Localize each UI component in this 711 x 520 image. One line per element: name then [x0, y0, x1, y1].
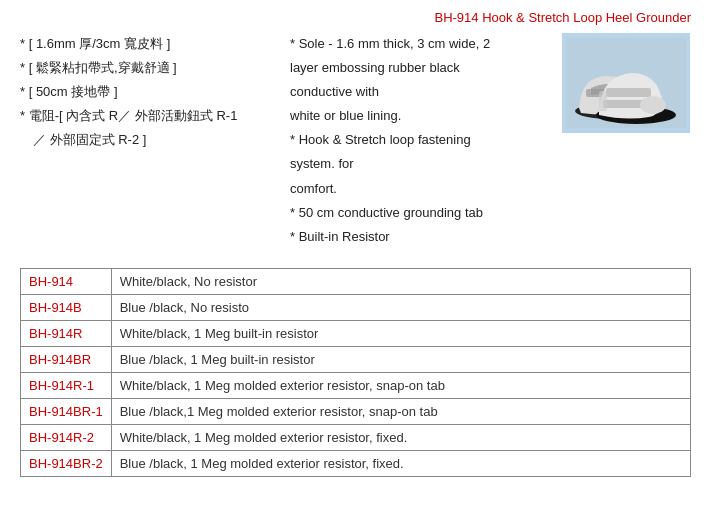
- table-row: BH-914BRBlue /black, 1 Meg built-in resi…: [21, 346, 691, 372]
- middle-line-7: comfort.: [290, 178, 551, 200]
- table-row: BH-914BBlue /black, No resisto: [21, 294, 691, 320]
- middle-line-3: conductive with: [290, 81, 551, 103]
- description-cell: White/black, No resistor: [111, 268, 690, 294]
- left-column: * [ 1.6mm 厚/3cm 寬皮料 ] * [ 鬆緊粘扣帶式,穿戴舒適 ] …: [20, 33, 280, 250]
- product-image: [562, 33, 690, 133]
- table-row: BH-914White/black, No resistor: [21, 268, 691, 294]
- svg-rect-8: [599, 91, 607, 111]
- description-cell: White/black, 1 Meg molded exterior resis…: [111, 372, 690, 398]
- svg-rect-5: [606, 88, 651, 97]
- model-cell: BH-914BR: [21, 346, 112, 372]
- table-row: BH-914R-2White/black, 1 Meg molded exter…: [21, 424, 691, 450]
- left-line-2: * [ 鬆緊粘扣帶式,穿戴舒適 ]: [20, 57, 280, 79]
- table-row: BH-914BR-1Blue /black,1 Meg molded exter…: [21, 398, 691, 424]
- left-line-4: * 電阻-[ 內含式 R／ 外部活動鈕式 R-1: [20, 105, 280, 127]
- model-cell: BH-914R-2: [21, 424, 112, 450]
- middle-column: * Sole - 1.6 mm thick, 3 cm wide, 2 laye…: [290, 33, 551, 250]
- model-cell: BH-914B: [21, 294, 112, 320]
- product-table: BH-914White/black, No resistorBH-914BBlu…: [20, 268, 691, 477]
- product-svg: [566, 38, 686, 128]
- description-cell: Blue /black, No resisto: [111, 294, 690, 320]
- svg-point-7: [640, 96, 666, 114]
- page-title: BH-914 Hook & Stretch Loop Heel Grounder: [20, 10, 691, 25]
- middle-line-1: * Sole - 1.6 mm thick, 3 cm wide, 2: [290, 33, 551, 55]
- model-cell: BH-914: [21, 268, 112, 294]
- left-line-1: * [ 1.6mm 厚/3cm 寬皮料 ]: [20, 33, 280, 55]
- content-area: * [ 1.6mm 厚/3cm 寬皮料 ] * [ 鬆緊粘扣帶式,穿戴舒適 ] …: [20, 33, 691, 250]
- left-line-5: ／ 外部固定式 R-2 ]: [20, 129, 280, 151]
- middle-line-9: * Built-in Resistor: [290, 226, 551, 248]
- model-cell: BH-914BR-1: [21, 398, 112, 424]
- middle-line-4: white or blue lining.: [290, 105, 551, 127]
- table-row: BH-914BR-2Blue /black, 1 Meg molded exte…: [21, 450, 691, 476]
- product-image-container: [561, 33, 691, 250]
- model-cell: BH-914BR-2: [21, 450, 112, 476]
- table-row: BH-914RWhite/black, 1 Meg built-in resis…: [21, 320, 691, 346]
- description-cell: White/black, 1 Meg molded exterior resis…: [111, 424, 690, 450]
- middle-line-2: layer embossing rubber black: [290, 57, 551, 79]
- middle-line-8: * 50 cm conductive grounding tab: [290, 202, 551, 224]
- table-section: BH-914White/black, No resistorBH-914BBlu…: [20, 268, 691, 477]
- description-cell: Blue /black,1 Meg molded exterior resist…: [111, 398, 690, 424]
- model-cell: BH-914R-1: [21, 372, 112, 398]
- description-cell: White/black, 1 Meg built-in resistor: [111, 320, 690, 346]
- table-row: BH-914R-1White/black, 1 Meg molded exter…: [21, 372, 691, 398]
- model-cell: BH-914R: [21, 320, 112, 346]
- middle-line-6: system. for: [290, 153, 551, 175]
- description-cell: Blue /black, 1 Meg molded exterior resis…: [111, 450, 690, 476]
- middle-line-5: * Hook & Stretch loop fastening: [290, 129, 551, 151]
- left-line-3: * [ 50cm 接地帶 ]: [20, 81, 280, 103]
- description-cell: Blue /black, 1 Meg built-in resistor: [111, 346, 690, 372]
